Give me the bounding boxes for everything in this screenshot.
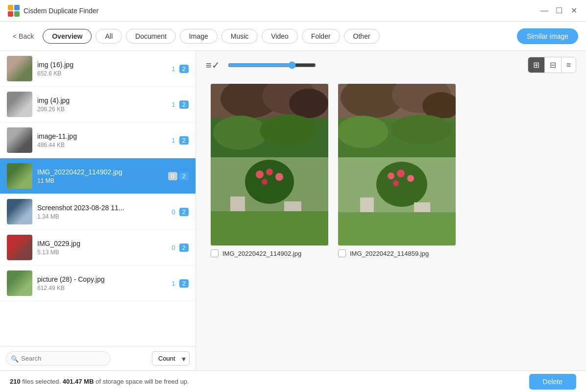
file-size: 1.34 MB	[37, 213, 165, 220]
svg-point-11	[260, 115, 318, 146]
file-item[interactable]: Screenshot 2023-08-28 11...1.34 MB02	[0, 194, 195, 230]
image-checkbox-1[interactable]	[211, 249, 219, 257]
file-size: 486.44 KB	[37, 142, 165, 148]
image-preview-1	[211, 84, 328, 245]
status-text: 210 files selected. 401.47 MB of storage…	[10, 378, 529, 385]
svg-point-26	[338, 116, 388, 148]
app-title: Cisdem Duplicate Finder	[24, 7, 540, 15]
sort-icon[interactable]: ≡✓	[206, 59, 220, 71]
tab-video[interactable]: Video	[262, 29, 298, 44]
file-item[interactable]: img (4).jpg208.26 KB12	[0, 87, 195, 122]
svg-point-29	[388, 172, 394, 179]
file-info: picture (28) - Copy.jpg612.49 KB	[37, 275, 165, 292]
view-mode-grid[interactable]: ⊞	[528, 57, 545, 73]
tab-image[interactable]: Image	[180, 29, 218, 44]
svg-rect-0	[8, 5, 13, 10]
count-selected: 0	[170, 208, 177, 216]
right-panel: ≡✓ ⊞ ⊟ ≡	[196, 51, 586, 370]
search-icon: 🔍	[11, 355, 19, 362]
similar-image-button[interactable]: Similar image	[517, 28, 578, 44]
tab-document[interactable]: Document	[126, 29, 176, 44]
file-name: image-11.jpg	[37, 132, 165, 140]
search-wrap: 🔍	[6, 351, 148, 366]
image-checkbox-row-1: IMG_20220422_114902.jpg	[211, 249, 328, 257]
file-item[interactable]: img (16).jpg652.6 KB12	[0, 51, 195, 87]
svg-point-16	[262, 179, 268, 185]
svg-rect-19	[211, 211, 328, 245]
back-button[interactable]: < Back	[8, 29, 39, 43]
status-size: 401.47 MB	[63, 378, 94, 385]
svg-point-8	[289, 89, 328, 118]
count-total: 2	[179, 279, 189, 288]
svg-point-12	[245, 160, 294, 204]
svg-point-10	[213, 116, 267, 150]
status-count: 210	[10, 378, 21, 385]
file-thumbnail	[7, 235, 32, 260]
file-name: IMG_0229.jpg	[37, 240, 165, 247]
close-button[interactable]: ✕	[569, 6, 578, 15]
bottom-bar: 🔍 Count Name Size Date ▾	[0, 346, 195, 370]
view-mode-split[interactable]: ⊟	[545, 57, 562, 73]
status-space-label: of storage space will be freed up.	[96, 378, 189, 385]
file-thumbnail	[7, 270, 32, 296]
file-info: img (4).jpg208.26 KB	[37, 97, 165, 113]
count-selected: 0	[170, 244, 177, 251]
delete-button[interactable]: Delete	[529, 374, 576, 390]
count-select[interactable]: Count Name Size Date	[152, 351, 190, 366]
maximize-button[interactable]: ☐	[555, 6, 563, 15]
count-total: 2	[179, 208, 189, 216]
svg-rect-2	[8, 11, 13, 17]
svg-point-31	[407, 175, 414, 182]
count-selected: 1	[170, 280, 177, 287]
svg-point-27	[391, 115, 452, 144]
tab-music[interactable]: Music	[221, 29, 258, 44]
svg-point-13	[256, 171, 264, 178]
file-name: Screenshot 2023-08-28 11...	[37, 204, 165, 212]
slider-wrap	[228, 61, 520, 69]
file-item[interactable]: picture (28) - Copy.jpg612.49 KB12	[0, 266, 195, 301]
svg-rect-35	[338, 212, 456, 245]
zoom-slider[interactable]	[228, 61, 316, 69]
file-item[interactable]: IMG_20220422_114902.jpg11 MB02	[0, 158, 195, 194]
title-bar: Cisdem Duplicate Finder — ☐ ✕	[0, 0, 586, 22]
file-info: IMG_20220422_114902.jpg11 MB	[37, 168, 163, 184]
minimize-button[interactable]: —	[540, 6, 549, 15]
file-item[interactable]: IMG_0229.jpg5.13 MB02	[0, 230, 195, 266]
tab-folder[interactable]: Folder	[302, 29, 340, 44]
file-counts: 02	[170, 208, 189, 216]
app-logo	[8, 5, 20, 17]
svg-rect-1	[14, 5, 20, 10]
main-content: img (16).jpg652.6 KB12img (4).jpg208.26 …	[0, 51, 586, 370]
file-counts: 12	[170, 279, 189, 288]
file-info: image-11.jpg486.44 KB	[37, 132, 165, 148]
file-list: img (16).jpg652.6 KB12img (4).jpg208.26 …	[0, 51, 195, 346]
file-size: 11 MB	[37, 177, 163, 184]
count-total: 2	[179, 65, 189, 73]
file-item[interactable]: image-11.jpg486.44 KB12	[0, 122, 195, 158]
image-card-2: IMG_20220422_114859.jpg	[338, 84, 456, 366]
file-thumbnail	[7, 92, 32, 117]
view-mode-list[interactable]: ≡	[562, 57, 576, 73]
file-counts: 12	[170, 100, 189, 109]
window-controls: — ☐ ✕	[540, 6, 578, 15]
svg-point-32	[393, 180, 399, 186]
file-counts: 02	[168, 172, 189, 180]
count-total: 2	[179, 136, 189, 145]
file-counts: 12	[170, 136, 189, 145]
file-size: 612.49 KB	[37, 285, 165, 292]
count-selected: 1	[170, 101, 177, 108]
tab-all[interactable]: All	[96, 29, 122, 44]
image-card: IMG_20220422_114902.jpg	[211, 84, 328, 366]
image-label-2: IMG_20220422_114859.jpg	[350, 250, 429, 257]
file-size: 652.6 KB	[37, 70, 165, 77]
count-selected: 0	[168, 172, 177, 180]
file-thumbnail	[7, 199, 32, 224]
tab-other[interactable]: Other	[344, 29, 380, 44]
tab-overview[interactable]: Overview	[43, 29, 92, 44]
search-input[interactable]	[6, 351, 111, 366]
file-size: 208.26 KB	[37, 106, 165, 113]
svg-point-28	[376, 162, 427, 207]
file-info: Screenshot 2023-08-28 11...1.34 MB	[37, 204, 165, 220]
image-checkbox-2[interactable]	[338, 249, 346, 257]
count-total: 2	[179, 244, 189, 252]
